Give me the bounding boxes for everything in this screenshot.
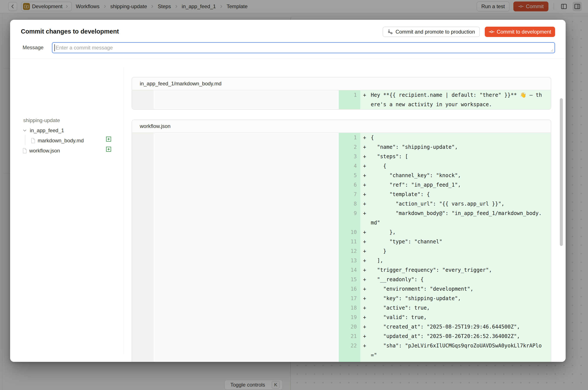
diff-old-content [154, 303, 339, 313]
diff-old-gutter [132, 228, 154, 237]
diff-plus-marker: + [363, 180, 371, 190]
diff-panel-title: workflow.json [132, 120, 551, 133]
diff-line-number: 4 [339, 161, 360, 171]
workflow-root-label: shipping-update [23, 117, 60, 123]
modal-scrollbar[interactable] [560, 98, 563, 246]
diff-line-number: 1 [339, 90, 360, 109]
diff-code-text: "__readonly": { [371, 275, 424, 284]
diff-line: 13+ ], [132, 256, 551, 265]
diff-old-content [154, 322, 339, 332]
tree-item-markdown-file[interactable]: markdown_body.md [30, 136, 84, 145]
diff-code-text: "updated_at": "2025-08-26T20:26:52.36400… [371, 332, 520, 341]
diff-line-number: 7 [339, 190, 360, 199]
diff-line: 17+ "key": "shipping-update", [132, 294, 551, 303]
modal-title: Commit changes to development [21, 28, 119, 35]
diff-plus-marker: + [363, 152, 371, 161]
diff-old-gutter [132, 265, 154, 275]
file-icon [22, 148, 28, 154]
diff-added-line: + "__readonly": { [360, 275, 551, 284]
diff-code-text: "channel_key": "knock", [371, 171, 461, 180]
diff-code-text: "valid": true, [371, 313, 427, 322]
diff-line: 6+ "ref": "in_app_feed_1", [132, 180, 551, 190]
diff-added-icon [106, 136, 112, 142]
commit-and-promote-button[interactable]: Commit and promote to production [383, 27, 480, 37]
tree-diff-divider [124, 67, 124, 354]
diff-plus-marker: + [363, 199, 371, 208]
diff-added-line: + "key": "shipping-update", [360, 294, 551, 303]
commit-to-development-button[interactable]: Commit to development [485, 27, 555, 37]
diff-old-content [154, 341, 339, 360]
diff-line-number: 21 [339, 332, 360, 341]
diff-code-text: "name": "shipping-update", [371, 142, 458, 152]
diff-plus-marker: + [363, 171, 371, 180]
text-caret [54, 44, 55, 51]
diff-added-line: +{ [360, 133, 551, 142]
resize-grip-icon[interactable] [549, 48, 554, 52]
diff-old-gutter [132, 208, 154, 228]
diff-code-text: ], [371, 256, 383, 265]
diff-line-number: 19 [339, 313, 360, 322]
diff-plus-marker: + [363, 332, 371, 341]
file-icon [30, 138, 36, 144]
diff-added-line: + "valid": true, [360, 313, 551, 322]
chevron-down-icon[interactable] [22, 128, 27, 133]
diff-line: 8+ "action_url": "{{ vars.app_url }}", [132, 199, 551, 208]
diff-added-line: + } [360, 360, 551, 362]
tree-item-step[interactable]: in_app_feed_1 [22, 126, 64, 135]
diff-old-gutter [132, 237, 154, 246]
diff-old-content [154, 199, 339, 208]
diff-old-content [154, 161, 339, 171]
diff-added-line: + "updated_at": "2025-08-26T20:26:52.364… [360, 332, 551, 341]
diff-old-gutter [132, 332, 154, 341]
tree-connector-line [25, 135, 25, 145]
diff-plus-marker: + [363, 190, 371, 199]
diff-old-content [154, 294, 339, 303]
diff-code-text: { [371, 133, 374, 142]
diff-line-number: 5 [339, 171, 360, 180]
diff-old-content [154, 275, 339, 284]
diff-old-gutter [132, 303, 154, 313]
diff-added-line: + "action_url": "{{ vars.app_url }}", [360, 199, 551, 208]
diff-line: 11+ "type": "channel" [132, 237, 551, 246]
diff-line-number: 18 [339, 303, 360, 313]
diff-plus-marker: + [363, 133, 371, 142]
commit-changes-modal: Commit changes to development Commit and… [10, 20, 566, 362]
diff-line: 14+ "trigger_frequency": "every_trigger"… [132, 265, 551, 275]
diff-old-content [154, 208, 339, 228]
diff-code-text: } [371, 360, 380, 362]
diff-old-content [154, 256, 339, 265]
diff-panel-title: in_app_feed_1/markdown_body.md [132, 77, 551, 90]
diff-plus-marker: + [363, 322, 371, 332]
commit-message-placeholder: Enter a commit message [56, 45, 113, 51]
changed-files-tree: shipping-update in_app_feed_1 markdown_b… [10, 58, 124, 362]
workflow-json-file-label: workflow.json [29, 148, 60, 154]
diff-old-gutter [132, 313, 154, 322]
diff-old-gutter [132, 284, 154, 294]
diff-line-number: 20 [339, 322, 360, 332]
diff-plus-marker: + [363, 360, 371, 362]
diff-old-gutter [132, 171, 154, 180]
diff-old-gutter [132, 90, 154, 109]
diff-old-gutter [132, 199, 154, 208]
diff-line: 12+ } [132, 246, 551, 256]
tree-item-workflow-json-file[interactable]: workflow.json [22, 146, 60, 155]
diff-code-text: { [371, 161, 386, 171]
diff-old-gutter [132, 190, 154, 199]
diff-code-text: "action_url": "{{ vars.app_url }}", [371, 199, 504, 208]
diff-old-content [154, 133, 339, 142]
diff-line: 16+ "environment": "development", [132, 284, 551, 294]
markdown-file-label: markdown_body.md [38, 138, 84, 144]
diff-code-text: } [371, 246, 386, 256]
diff-code-text: "steps": [ [371, 152, 408, 161]
diff-plus-marker: + [363, 228, 371, 237]
tree-item-workflow-root: shipping-update [23, 116, 60, 125]
commit-message-input[interactable]: Enter a commit message [52, 42, 555, 53]
diff-old-content [154, 265, 339, 275]
diff-plus-marker: + [363, 265, 371, 275]
diff-added-line: + "template": { [360, 190, 551, 199]
diff-line: 1+{ [132, 133, 551, 142]
diff-old-content [154, 152, 339, 161]
diff-added-line: + ], [360, 256, 551, 265]
diff-plus-marker: + [363, 246, 371, 256]
diff-old-content [154, 237, 339, 246]
